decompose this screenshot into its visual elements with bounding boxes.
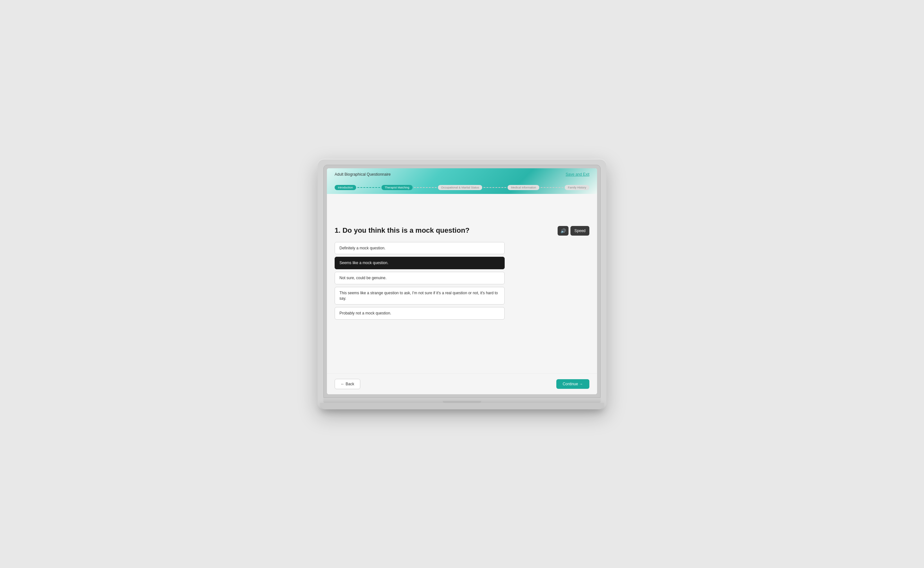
step-occupational[interactable]: Occupational & Marital Status <box>438 185 483 190</box>
speed-button[interactable]: Speed <box>570 226 589 236</box>
laptop-bottom <box>320 403 604 409</box>
option-2[interactable]: Seems like a mock question. <box>335 257 505 269</box>
connector-4 <box>541 187 563 188</box>
connector-2 <box>414 187 437 188</box>
save-exit-link[interactable]: Save and Exit <box>566 172 589 177</box>
back-button[interactable]: ← Back <box>335 379 360 389</box>
laptop-base <box>323 398 601 403</box>
option-3[interactable]: Not sure, could be genuine. <box>335 272 505 284</box>
question-body: Do you think this is a mock question? <box>342 226 470 234</box>
footer-nav: ← Back Continue → <box>327 373 597 394</box>
screen-bezel: Adult Biographical Questionnaire Save an… <box>323 165 601 398</box>
step-introduction[interactable]: Introduction <box>335 185 356 190</box>
step-therapist[interactable]: Therapist Matching <box>382 185 413 190</box>
top-bar: Adult Biographical Questionnaire Save an… <box>327 168 597 179</box>
screen: Adult Biographical Questionnaire Save an… <box>327 168 597 394</box>
question-text: 1. Do you think this is a mock question? <box>335 226 470 235</box>
connector-3 <box>483 187 506 188</box>
laptop-frame: Adult Biographical Questionnaire Save an… <box>318 159 606 409</box>
question-header: 1. Do you think this is a mock question?… <box>335 226 589 236</box>
step-family[interactable]: Family History <box>565 185 589 190</box>
option-1[interactable]: Definitely a mock question. <box>335 242 505 254</box>
option-5[interactable]: Probably not a mock question. <box>335 307 505 320</box>
speaker-button[interactable]: 🔊 <box>557 226 568 236</box>
header-gradient: Adult Biographical Questionnaire Save an… <box>327 168 597 194</box>
step-medical[interactable]: Medical Information <box>507 185 539 190</box>
option-4[interactable]: This seems like a strange question to as… <box>335 287 505 305</box>
progress-bar: Introduction Therapist Matching Occupati… <box>327 185 597 190</box>
speaker-icon: 🔊 <box>560 228 566 233</box>
options-container: Definitely a mock question. Seems like a… <box>335 242 505 320</box>
continue-button[interactable]: Continue → <box>556 379 589 389</box>
connector-1 <box>357 187 380 188</box>
audio-controls: 🔊 Speed <box>557 226 589 236</box>
question-number: 1. <box>335 226 341 234</box>
form-title: Adult Biographical Questionnaire <box>335 172 391 177</box>
main-content: 1. Do you think this is a mock question?… <box>327 219 597 373</box>
